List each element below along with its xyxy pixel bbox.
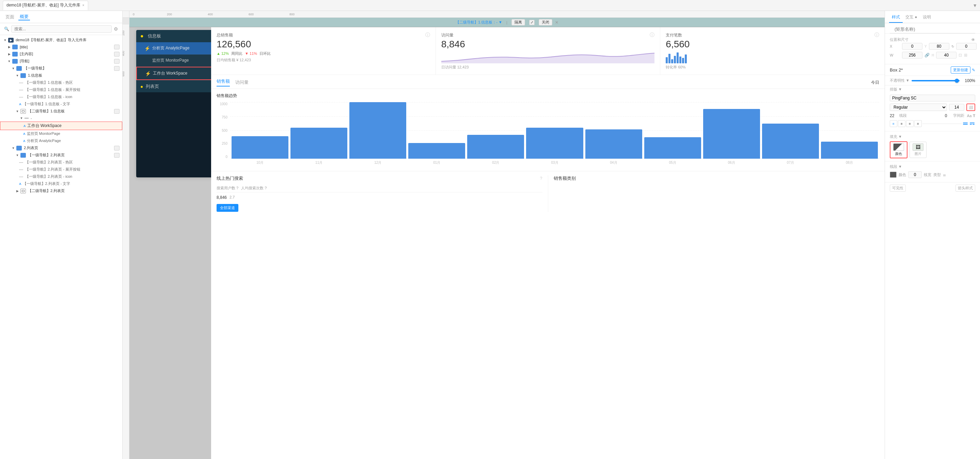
tree-list-expand[interactable]: — 【一级导航】2.列表页 - 展开按钮	[0, 166, 122, 173]
x-nov: 11月	[290, 160, 347, 165]
list-expand-icon: ●	[140, 84, 143, 89]
tree-info-text[interactable]: A 【一级导航】1.信息板 - 文字	[0, 100, 122, 108]
text-type-icon-ws: A	[24, 124, 26, 128]
ruler-horizontal: 0 200 400 600 800	[123, 11, 885, 18]
dash-line-icon	[24, 118, 29, 119]
align-right-btn[interactable]: ≡	[906, 120, 913, 127]
arrange-label: 排版 ▼	[890, 87, 902, 92]
tab-outline[interactable]: 概要	[18, 14, 30, 21]
canvas-close-icon[interactable]: ✕	[555, 20, 558, 25]
dash-icon2: —	[19, 87, 23, 92]
opacity-slider[interactable]	[912, 80, 959, 81]
expand-icon[interactable]: ⤢	[529, 20, 535, 25]
tree-info-icon-label: 【一级导航】1.信息板 - icon	[25, 94, 72, 99]
tree-nav2-list[interactable]: ▶ 【二级导航】2.列表页	[0, 187, 122, 194]
bar-jun	[703, 109, 760, 159]
w-label: W	[890, 53, 900, 57]
tree-info-expand-label: 【一级导航】1.信息板 - 展开按钮	[25, 87, 80, 92]
tree-nav[interactable]: ▼ [导航]	[0, 57, 122, 65]
w-input[interactable]	[902, 52, 923, 59]
left-panel-tabs: 页面 概要	[0, 11, 122, 23]
font-weight-select[interactable]: Regular	[890, 103, 947, 111]
x-input[interactable]	[902, 43, 923, 50]
tree-dash-item[interactable]: ▼ -	[0, 115, 122, 122]
tab-interaction[interactable]: 交互 ●	[903, 14, 920, 23]
tree-workspace[interactable]: A 工作台 WorkSpace	[0, 122, 122, 130]
tree-root[interactable]: ▼ ▶ demo18【导航栏-展开、收起】导入元件库	[0, 37, 122, 44]
layer-badge-list	[114, 146, 119, 151]
layer-badge-title	[114, 44, 119, 49]
chart-tab-visits[interactable]: 访问量	[235, 79, 248, 86]
filter-icon[interactable]: ⚙	[114, 26, 118, 32]
line-style-1[interactable]	[962, 122, 969, 125]
x-jul: 07月	[762, 160, 819, 165]
align-justify-btn[interactable]: ≡	[914, 120, 922, 127]
tree-list-hotzone[interactable]: — 【一级导航】2.列表页 - 热区	[0, 159, 122, 166]
tree-info-icon[interactable]: — 【一级导航】1.信息板 - icon	[0, 93, 122, 100]
stat-visits-info: ⓘ	[650, 32, 654, 38]
align-center-btn[interactable]: ≡	[898, 120, 905, 127]
font-family-input[interactable]	[890, 95, 975, 102]
tab-page[interactable]: 页面	[4, 14, 16, 20]
tab-description[interactable]: 说明	[920, 14, 934, 23]
isolate-button[interactable]: 隔离	[511, 19, 525, 25]
search-input[interactable]	[11, 25, 112, 33]
tree-nav1[interactable]: ▼ 【一级导航】	[0, 65, 122, 72]
tab-dropdown-icon[interactable]: ▼	[972, 3, 977, 8]
y-500: 500	[222, 129, 228, 132]
font-size-input[interactable]	[949, 104, 964, 111]
tree-list[interactable]: ▼ 2.列表页	[0, 145, 122, 151]
dash-icon5: —	[19, 167, 23, 172]
chart-tab-sales[interactable]: 销售额	[216, 78, 230, 86]
ruler-mark-600: 600	[248, 13, 254, 16]
border-color-swatch[interactable]	[890, 172, 897, 178]
tree-nav1-list[interactable]: ▼ 【一级导航】2.列表页	[0, 151, 122, 159]
stat-sales-change-label: 周同比	[231, 51, 242, 56]
tree-main[interactable]: ▶ [主内容]	[0, 51, 122, 57]
hot-search-title: 线上热门搜索	[216, 175, 243, 181]
align-left-btn[interactable]: ≡	[890, 120, 897, 127]
border-section: 线段 ▼ 颜色 线宽 类型 ⚌	[885, 161, 980, 183]
shape-name-input[interactable]	[890, 25, 975, 33]
tree-title[interactable]: ▶ [title]	[0, 44, 122, 51]
canvas-viewport[interactable]: 【二级导航】1.信息板：- ▼ | 隔离 ⤢ 关闭 ✕ ● 信息板 ∧	[129, 18, 885, 459]
arrow-style-button[interactable]: 箭头样式	[956, 184, 975, 192]
x-label: X	[890, 44, 900, 48]
close-button[interactable]: 关闭	[539, 19, 552, 25]
tab-style[interactable]: 样式	[889, 14, 903, 23]
tree-info-expand[interactable]: — 【一级导航】1.信息板 - 展开按钮	[0, 86, 122, 93]
fill-image-button[interactable]: 🖼 图片	[910, 141, 926, 158]
rotate-icon[interactable]: ↻	[951, 44, 954, 48]
tree-monitor[interactable]: A 监控页 MonitorPage	[0, 130, 122, 137]
tree-list-icon[interactable]: — 【一级导航】2.列表页 - icon	[0, 173, 122, 180]
chart-tabs-row: 销售额 访问量 今日	[211, 75, 885, 89]
rotation-input[interactable]	[956, 43, 977, 50]
opacity-thumb[interactable]	[955, 79, 959, 83]
right-panel-tabs: 样式 交互 ● 说明	[885, 11, 980, 23]
line-style-2[interactable]	[969, 122, 975, 125]
h-input[interactable]	[936, 52, 956, 59]
tree-workspace-label: 工作台 WorkSpace	[27, 123, 62, 129]
border-width-input[interactable]	[908, 171, 922, 178]
tab-close-icon[interactable]: ×	[83, 3, 84, 7]
tree-info-hotzone[interactable]: — 【一级导航】1.信息板 - 热区	[0, 79, 122, 86]
tree-analytic[interactable]: A 分析页 AnalyticPage	[0, 137, 122, 145]
tree-info[interactable]: ▼ 1.信息板	[0, 72, 122, 79]
main-layout: 页面 概要 🔍 ⚙ ▼ ▶ demo18【导航栏-展开、收起】导入元件库 ▶ […	[0, 11, 980, 459]
y-750: 750	[222, 116, 228, 119]
main-tab[interactable]: demo18 [导航栏-展开、收起] 导入元件库 ×	[3, 1, 88, 10]
bar-may	[644, 137, 701, 159]
all-channels-button[interactable]: 全部渠道	[216, 204, 239, 212]
tree-list-text[interactable]: A 【一级导航】2.列表页 - 文字	[0, 180, 122, 187]
y-input[interactable]	[929, 43, 949, 50]
visibility-button[interactable]: 可见性	[890, 184, 906, 192]
text-box-icon[interactable]: ⬜	[966, 103, 975, 111]
edit-icon[interactable]: ✎	[972, 68, 975, 73]
tree-arrow-list: ▼	[11, 146, 16, 151]
visibility-icon[interactable]: 👁	[971, 37, 975, 42]
dash-icon4: —	[19, 160, 23, 165]
align-sep	[923, 124, 962, 124]
update-create-button[interactable]: 更新创建	[951, 67, 970, 73]
fill-color-button[interactable]: 颜色	[890, 141, 907, 158]
tree-nav2-info[interactable]: ▼ 【二级导航】1.信息板	[0, 108, 122, 115]
